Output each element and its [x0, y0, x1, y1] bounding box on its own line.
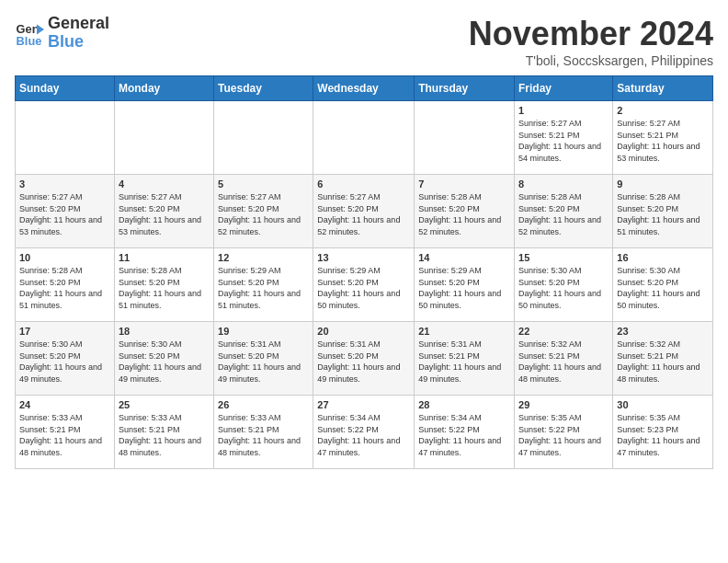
calendar-cell: 10Sunrise: 5:28 AM Sunset: 5:20 PM Dayli… [16, 248, 115, 322]
day-number: 2 [617, 105, 709, 116]
day-number: 24 [19, 399, 110, 410]
day-info: Sunrise: 5:29 AM Sunset: 5:20 PM Dayligh… [418, 265, 510, 311]
day-info: Sunrise: 5:31 AM Sunset: 5:20 PM Dayligh… [218, 339, 309, 385]
logo-text-blue: Blue [48, 33, 109, 52]
day-info: Sunrise: 5:30 AM Sunset: 5:20 PM Dayligh… [518, 265, 609, 311]
day-info: Sunrise: 5:27 AM Sunset: 5:20 PM Dayligh… [19, 191, 110, 237]
day-number: 20 [317, 326, 410, 337]
day-info: Sunrise: 5:28 AM Sunset: 5:20 PM Dayligh… [617, 191, 709, 237]
calendar-cell: 12Sunrise: 5:29 AM Sunset: 5:20 PM Dayli… [214, 248, 313, 322]
calendar-week-4: 17Sunrise: 5:30 AM Sunset: 5:20 PM Dayli… [16, 322, 713, 396]
day-info: Sunrise: 5:28 AM Sunset: 5:20 PM Dayligh… [518, 191, 609, 237]
day-number: 10 [19, 252, 110, 263]
svg-marker-2 [37, 24, 44, 34]
day-number: 27 [317, 399, 410, 410]
day-info: Sunrise: 5:35 AM Sunset: 5:23 PM Dayligh… [617, 412, 709, 458]
title-section: November 2024 T'boli, Soccsksargen, Phil… [469, 15, 713, 68]
day-number: 30 [617, 399, 709, 410]
day-number: 13 [317, 252, 410, 263]
day-number: 8 [518, 178, 609, 190]
calendar-cell: 16Sunrise: 5:30 AM Sunset: 5:20 PM Dayli… [613, 248, 713, 322]
day-info: Sunrise: 5:33 AM Sunset: 5:21 PM Dayligh… [119, 412, 210, 458]
day-number: 19 [218, 326, 309, 337]
calendar-cell: 17Sunrise: 5:30 AM Sunset: 5:20 PM Dayli… [16, 322, 115, 396]
day-info: Sunrise: 5:30 AM Sunset: 5:20 PM Dayligh… [119, 339, 210, 385]
svg-text:Blue: Blue [17, 34, 42, 48]
col-header-wednesday: Wednesday [313, 76, 415, 101]
day-info: Sunrise: 5:31 AM Sunset: 5:21 PM Dayligh… [418, 339, 510, 385]
calendar-cell: 6Sunrise: 5:27 AM Sunset: 5:20 PM Daylig… [313, 175, 415, 248]
day-info: Sunrise: 5:27 AM Sunset: 5:21 PM Dayligh… [518, 118, 609, 164]
col-header-friday: Friday [515, 76, 613, 101]
calendar-week-3: 10Sunrise: 5:28 AM Sunset: 5:20 PM Dayli… [16, 248, 713, 322]
calendar-week-5: 24Sunrise: 5:33 AM Sunset: 5:21 PM Dayli… [16, 396, 713, 469]
calendar-cell: 22Sunrise: 5:32 AM Sunset: 5:21 PM Dayli… [515, 322, 613, 396]
col-header-sunday: Sunday [16, 76, 115, 101]
day-info: Sunrise: 5:27 AM Sunset: 5:20 PM Dayligh… [119, 191, 210, 237]
calendar-cell [114, 101, 213, 175]
calendar-cell: 4Sunrise: 5:27 AM Sunset: 5:20 PM Daylig… [114, 175, 213, 248]
calendar-cell: 20Sunrise: 5:31 AM Sunset: 5:20 PM Dayli… [313, 322, 415, 396]
day-info: Sunrise: 5:30 AM Sunset: 5:20 PM Dayligh… [617, 265, 709, 311]
day-number: 12 [218, 252, 309, 263]
day-info: Sunrise: 5:34 AM Sunset: 5:22 PM Dayligh… [418, 412, 510, 458]
day-number: 21 [418, 326, 510, 337]
day-info: Sunrise: 5:28 AM Sunset: 5:20 PM Dayligh… [119, 265, 210, 311]
day-info: Sunrise: 5:35 AM Sunset: 5:22 PM Dayligh… [518, 412, 609, 458]
calendar-cell: 3Sunrise: 5:27 AM Sunset: 5:20 PM Daylig… [16, 175, 115, 248]
day-info: Sunrise: 5:28 AM Sunset: 5:20 PM Dayligh… [418, 191, 510, 237]
calendar-cell: 18Sunrise: 5:30 AM Sunset: 5:20 PM Dayli… [114, 322, 213, 396]
day-number: 26 [218, 399, 309, 410]
day-info: Sunrise: 5:33 AM Sunset: 5:21 PM Dayligh… [19, 412, 110, 458]
day-info: Sunrise: 5:29 AM Sunset: 5:20 PM Dayligh… [218, 265, 309, 311]
col-header-monday: Monday [114, 76, 213, 101]
day-info: Sunrise: 5:27 AM Sunset: 5:20 PM Dayligh… [317, 191, 410, 237]
calendar-table: SundayMondayTuesdayWednesdayThursdayFrid… [15, 75, 713, 469]
calendar-week-1: 1Sunrise: 5:27 AM Sunset: 5:21 PM Daylig… [16, 101, 713, 175]
logo-icon: Gen Blue [15, 18, 44, 48]
day-number: 17 [19, 326, 110, 337]
logo-text-general: General [48, 15, 109, 33]
day-number: 15 [518, 252, 609, 263]
month-title: November 2024 [469, 15, 713, 53]
day-number: 28 [418, 399, 510, 410]
calendar-week-2: 3Sunrise: 5:27 AM Sunset: 5:20 PM Daylig… [16, 175, 713, 248]
day-info: Sunrise: 5:33 AM Sunset: 5:21 PM Dayligh… [218, 412, 309, 458]
day-info: Sunrise: 5:29 AM Sunset: 5:20 PM Dayligh… [317, 265, 410, 311]
calendar-cell: 25Sunrise: 5:33 AM Sunset: 5:21 PM Dayli… [114, 396, 213, 469]
logo: Gen Blue General Blue [15, 15, 109, 52]
calendar-cell: 14Sunrise: 5:29 AM Sunset: 5:20 PM Dayli… [415, 248, 515, 322]
day-number: 11 [119, 252, 210, 263]
day-info: Sunrise: 5:32 AM Sunset: 5:21 PM Dayligh… [518, 339, 609, 385]
calendar-cell: 7Sunrise: 5:28 AM Sunset: 5:20 PM Daylig… [415, 175, 515, 248]
calendar-cell: 27Sunrise: 5:34 AM Sunset: 5:22 PM Dayli… [313, 396, 415, 469]
day-info: Sunrise: 5:30 AM Sunset: 5:20 PM Dayligh… [19, 339, 110, 385]
calendar-cell: 24Sunrise: 5:33 AM Sunset: 5:21 PM Dayli… [16, 396, 115, 469]
calendar-cell [313, 101, 415, 175]
day-number: 25 [119, 399, 210, 410]
day-number: 5 [218, 178, 309, 190]
page-header: Gen Blue General Blue November 2024 T'bo… [15, 15, 713, 68]
day-number: 29 [518, 399, 609, 410]
calendar-cell: 9Sunrise: 5:28 AM Sunset: 5:20 PM Daylig… [613, 175, 713, 248]
day-number: 3 [19, 178, 110, 190]
calendar-cell: 26Sunrise: 5:33 AM Sunset: 5:21 PM Dayli… [214, 396, 313, 469]
calendar-cell: 15Sunrise: 5:30 AM Sunset: 5:20 PM Dayli… [515, 248, 613, 322]
col-header-saturday: Saturday [613, 76, 713, 101]
calendar-cell: 23Sunrise: 5:32 AM Sunset: 5:21 PM Dayli… [613, 322, 713, 396]
col-header-thursday: Thursday [415, 76, 515, 101]
day-number: 16 [617, 252, 709, 263]
day-info: Sunrise: 5:34 AM Sunset: 5:22 PM Dayligh… [317, 412, 410, 458]
calendar-cell: 8Sunrise: 5:28 AM Sunset: 5:20 PM Daylig… [515, 175, 613, 248]
day-number: 23 [617, 326, 709, 337]
day-info: Sunrise: 5:31 AM Sunset: 5:20 PM Dayligh… [317, 339, 410, 385]
day-number: 14 [418, 252, 510, 263]
logo-wordmark: General Blue [48, 15, 109, 52]
calendar-header-row: SundayMondayTuesdayWednesdayThursdayFrid… [16, 76, 713, 101]
day-info: Sunrise: 5:27 AM Sunset: 5:21 PM Dayligh… [617, 118, 709, 164]
calendar-cell: 30Sunrise: 5:35 AM Sunset: 5:23 PM Dayli… [613, 396, 713, 469]
day-number: 18 [119, 326, 210, 337]
calendar-cell: 29Sunrise: 5:35 AM Sunset: 5:22 PM Dayli… [515, 396, 613, 469]
calendar-cell: 1Sunrise: 5:27 AM Sunset: 5:21 PM Daylig… [515, 101, 613, 175]
day-info: Sunrise: 5:28 AM Sunset: 5:20 PM Dayligh… [19, 265, 110, 311]
